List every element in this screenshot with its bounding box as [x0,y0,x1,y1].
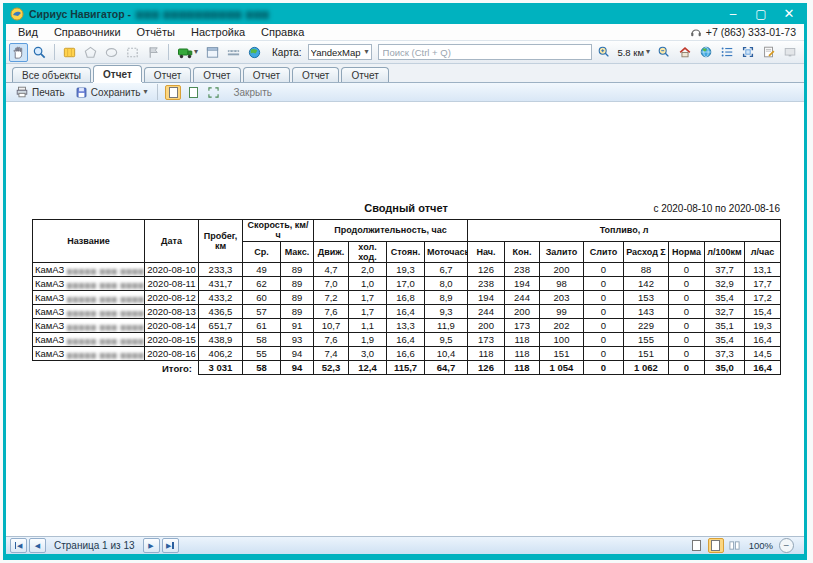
value-cell: 89 [281,277,314,291]
menu-item-Справочники[interactable]: Справочники [46,26,129,38]
panel-button[interactable] [203,43,222,62]
map-select[interactable]: YandexMap ▾ [308,44,372,60]
map-scale-dropdown[interactable]: 5.8 км ▾ [615,47,652,58]
value-cell: 0 [584,319,624,333]
value-cell: 651,7 [199,319,243,333]
tab-0[interactable]: Все объекты [12,67,91,82]
zoom-fit-page-button[interactable] [708,538,724,553]
totals-cell: 1 054 [540,361,584,375]
geozones-button[interactable] [245,43,264,62]
vehicle-name: КамАЗ [35,334,67,345]
menu-bar: ВидСправочникиОтчётыНастройкаСправка +7 … [6,24,804,40]
map-scale-value: 5.8 км [617,47,644,58]
tab-4[interactable]: Отчет [243,67,290,82]
minimize-button[interactable]: – [720,5,746,22]
tab-2[interactable]: Отчет [144,67,191,82]
menu-item-Вид[interactable]: Вид [10,26,46,38]
view-page-width-button[interactable] [185,85,201,100]
vehicle-name-cell: КамАЗ ▆▆▆▆▆ ▆▆▆ ▆▆▆▆ [33,277,145,291]
search-input[interactable] [378,44,593,60]
table-row: КамАЗ ▆▆▆▆▆ ▆▆▆ ▆▆▆▆2020-08-14651,761911… [33,319,781,333]
polygon-tool-button[interactable] [81,43,100,62]
home-button[interactable] [675,43,694,62]
rect-select-button[interactable] [123,43,142,62]
app-icon [10,7,24,21]
last-page-button[interactable]: ▶ [162,538,179,553]
vehicle-menu-button[interactable]: ▾ [174,43,201,62]
save-button[interactable]: Сохранить ▾ [72,86,151,99]
next-page-button[interactable]: ▶ [143,538,160,553]
page-icon [189,87,198,98]
column-subheader: Залито [540,241,584,263]
value-cell: 194 [468,291,505,305]
monitor-button[interactable] [780,43,799,62]
circle-tool-button[interactable] [102,43,121,62]
fit-frame-icon [741,45,755,59]
world-map-button[interactable] [696,43,715,62]
title-bar: Сириус Навигатор - ▆▆▆ ▆▆▆▆▆▆▆▆▆▆ ▆▆▆ – … [6,3,804,24]
column-subheader: Кон. [505,241,540,263]
vehicle-name: КамАЗ [35,292,67,303]
maximize-button[interactable]: ▢ [748,5,774,22]
column-subheader: Моточасы [425,241,468,263]
flag-tool-button[interactable] [144,43,163,62]
home-icon [678,45,692,59]
app-window: Сириус Навигатор - ▆▆▆ ▆▆▆▆▆▆▆▆▆▆ ▆▆▆ – … [3,3,807,560]
table-row: КамАЗ ▆▆▆▆▆ ▆▆▆ ▆▆▆▆2020-08-15438,958937… [33,333,781,347]
zoom-out-button[interactable] [654,43,673,62]
tab-1[interactable]: Отчет [93,65,142,82]
value-cell: 143 [624,305,669,319]
value-cell: 0 [584,263,624,277]
value-cell: 91 [281,319,314,333]
zoom-in-button[interactable] [594,43,613,62]
zoom-two-pages-button[interactable] [727,538,743,553]
value-cell: 100 [540,333,584,347]
value-cell: 17,0 [387,277,425,291]
column-header: Топливо, л [468,220,781,242]
close-report-button[interactable]: Закрыть [233,87,272,98]
zoom-tool-button[interactable] [30,43,49,62]
prev-page-button[interactable]: ◀ [29,538,46,553]
menu-item-Отчёты[interactable]: Отчёты [129,26,183,38]
totals-cell: 126 [468,361,505,375]
view-single-page-button[interactable] [165,85,181,100]
first-page-button[interactable]: ◀ [10,538,27,553]
edit-map-button[interactable] [60,43,79,62]
value-cell: 200 [468,319,505,333]
vehicle-name-cell: КамАЗ ▆▆▆▆▆ ▆▆▆ ▆▆▆▆ [33,319,145,333]
close-button[interactable]: ✕ [776,5,802,22]
value-cell: 15,4 [745,305,781,319]
pan-tool-button[interactable] [9,43,28,62]
toolbar-separator [157,84,158,100]
column-header: Продолжительность, час [314,220,468,242]
object-list-button[interactable] [717,43,736,62]
totals-cell: 0 [669,361,705,375]
vehicle-name-redacted: ▆▆▆▆▆ ▆▆▆ ▆▆▆▆ [67,309,145,316]
column-header: Скорость, км/ч [243,220,314,242]
menu-item-Настройка[interactable]: Настройка [183,26,253,38]
fit-selection-button[interactable] [738,43,757,62]
totals-cell: 94 [281,361,314,375]
main-toolbar: ▾ Карта: YandexMap ▾ 5.8 к [6,40,804,64]
column-header: Пробег, км [199,220,243,263]
value-cell: 35,1 [705,319,745,333]
zoom-out-stepper[interactable]: − [779,538,794,553]
date-cell: 2020-08-16 [145,347,199,361]
vehicle-name-cell: КамАЗ ▆▆▆▆▆ ▆▆▆ ▆▆▆▆ [33,347,145,361]
view-whole-page-button[interactable] [205,85,221,100]
column-subheader: Ср. [243,241,281,263]
zoom-fit-width-button[interactable] [689,538,705,553]
globe-icon [247,45,262,60]
panel-icon [205,45,220,60]
table-row: КамАЗ ▆▆▆▆▆ ▆▆▆ ▆▆▆▆2020-08-10233,349894… [33,263,781,277]
menu-item-Справка[interactable]: Справка [253,26,312,38]
tab-6[interactable]: Отчет [341,67,388,82]
value-cell: 1,9 [349,333,387,347]
value-cell: 89 [281,263,314,277]
tab-3[interactable]: Отчет [193,67,240,82]
print-button[interactable]: Печать [12,85,68,99]
tab-5[interactable]: Отчет [292,67,339,82]
column-subheader: Стоян. [387,241,425,263]
route-button[interactable] [224,43,243,62]
edit-report-button[interactable] [759,43,778,62]
